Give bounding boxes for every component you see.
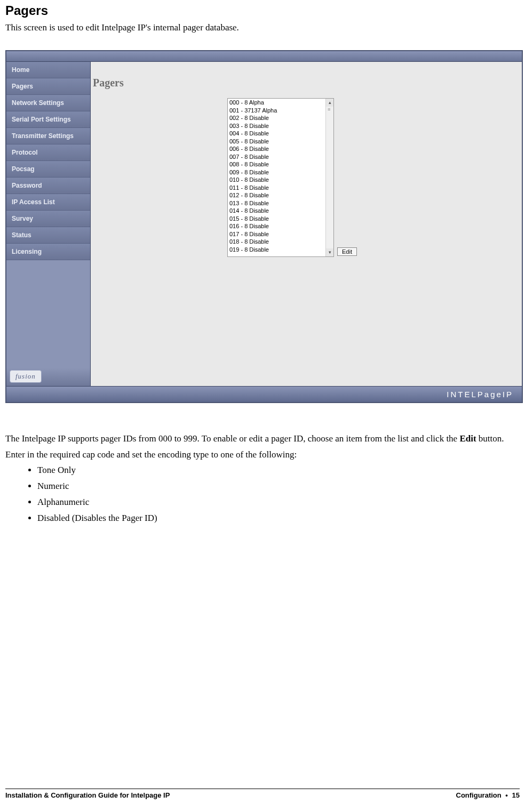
explain-p1-edit-word: Edit — [459, 433, 476, 444]
list-item[interactable]: 008 - 8 Disable — [228, 160, 325, 168]
footer-left: Installation & Configuration Guide for I… — [5, 791, 170, 799]
list-item[interactable]: 017 - 8 Disable — [228, 230, 325, 238]
list-item[interactable]: 019 - 8 Disable — [228, 246, 325, 254]
main-panel: Pagers 000 - 8 Alpha 001 - 37137 Alpha 0… — [91, 62, 522, 386]
footer-right: Configuration • 15 — [456, 791, 520, 799]
sidebar-item-password[interactable]: Password — [6, 178, 90, 194]
list-item[interactable]: 016 - 8 Disable — [228, 222, 325, 230]
footer-dot-icon: • — [503, 791, 510, 799]
sidebar-item-pagers[interactable]: Pagers — [6, 78, 90, 95]
footer-section: Configuration — [456, 791, 502, 799]
list-item[interactable]: 013 - 8 Disable — [228, 199, 325, 207]
main-title: Pagers — [91, 62, 522, 89]
pager-listbox[interactable]: 000 - 8 Alpha 001 - 37137 Alpha 002 - 8 … — [227, 98, 334, 257]
list-item[interactable]: 011 - 8 Disable — [228, 184, 325, 192]
list-item[interactable]: 018 - 8 Disable — [228, 238, 325, 246]
sidebar-item-serial-port-settings[interactable]: Serial Port Settings — [6, 111, 90, 128]
sidebar-item-pocsag[interactable]: Pocsag — [6, 161, 90, 178]
app-footer: INTELPageIP — [6, 386, 522, 402]
sidebar-item-status[interactable]: Status — [6, 227, 90, 244]
app-screenshot: Home Pagers Network Settings Serial Port… — [5, 50, 523, 403]
sidebar-spacer — [6, 260, 90, 368]
scroll-thumb-icon: ≡ — [328, 107, 330, 112]
sidebar-item-survey[interactable]: Survey — [6, 211, 90, 227]
list-item[interactable]: 004 - 8 Disable — [228, 130, 325, 138]
sidebar-logo-text: fusion — [10, 370, 42, 383]
scroll-track[interactable]: ≡ — [326, 107, 333, 248]
list-item: Disabled (Disables the Pager ID) — [37, 513, 520, 524]
sidebar-item-protocol[interactable]: Protocol — [6, 144, 90, 161]
sidebar-item-licensing[interactable]: Licensing — [6, 244, 90, 260]
explain-p1-c: button. — [476, 433, 504, 444]
list-item: Alphanumeric — [37, 497, 520, 508]
list-item[interactable]: 005 - 8 Disable — [228, 138, 325, 146]
explanation-block: The Intelpage IP supports pager IDs from… — [5, 433, 520, 524]
list-item[interactable]: 014 - 8 Disable — [228, 207, 325, 215]
page-footer: Installation & Configuration Guide for I… — [5, 789, 520, 799]
listbox-scrollbar[interactable]: ▴ ≡ ▾ — [325, 99, 333, 256]
explain-p1: The Intelpage IP supports pager IDs from… — [5, 433, 520, 445]
edit-button[interactable]: Edit — [337, 247, 357, 256]
scroll-down-icon[interactable]: ▾ — [326, 248, 334, 256]
app-topbar — [6, 51, 522, 62]
sidebar-logo: fusion — [6, 368, 90, 386]
intro-text: This screen is used to edit Intelpage IP… — [5, 22, 520, 33]
sidebar-item-network-settings[interactable]: Network Settings — [6, 95, 90, 111]
explain-p1-a: The Intelpage IP supports pager IDs from… — [5, 433, 459, 444]
list-item[interactable]: 002 - 8 Disable — [228, 114, 325, 122]
list-item[interactable]: 007 - 8 Disable — [228, 153, 325, 161]
list-item[interactable]: 000 - 8 Alpha — [228, 99, 325, 107]
list-item[interactable]: 010 - 8 Disable — [228, 176, 325, 184]
scroll-up-icon[interactable]: ▴ — [326, 99, 334, 107]
explain-p2: Enter in the required cap code and set t… — [5, 449, 520, 461]
list-item[interactable]: 001 - 37137 Alpha — [228, 107, 325, 115]
sidebar-item-ip-access-list[interactable]: IP Access List — [6, 194, 90, 211]
sidebar-item-home[interactable]: Home — [6, 62, 90, 78]
list-item[interactable]: 012 - 8 Disable — [228, 191, 325, 199]
app-footer-brand: INTELPageIP — [447, 390, 513, 399]
footer-divider — [5, 789, 520, 789]
list-item[interactable]: 003 - 8 Disable — [228, 122, 325, 130]
sidebar-item-transmitter-settings[interactable]: Transmitter Settings — [6, 128, 90, 144]
list-item: Numeric — [37, 481, 520, 492]
list-item[interactable]: 006 - 8 Disable — [228, 145, 325, 153]
list-item[interactable]: 015 - 8 Disable — [228, 215, 325, 223]
sidebar: Home Pagers Network Settings Serial Port… — [6, 62, 91, 386]
page-heading: Pagers — [5, 3, 520, 18]
list-item: Tone Only — [37, 465, 520, 476]
encoding-type-list: Tone Only Numeric Alphanumeric Disabled … — [37, 465, 520, 524]
footer-page-number: 15 — [512, 791, 520, 799]
list-item[interactable]: 009 - 8 Disable — [228, 168, 325, 176]
